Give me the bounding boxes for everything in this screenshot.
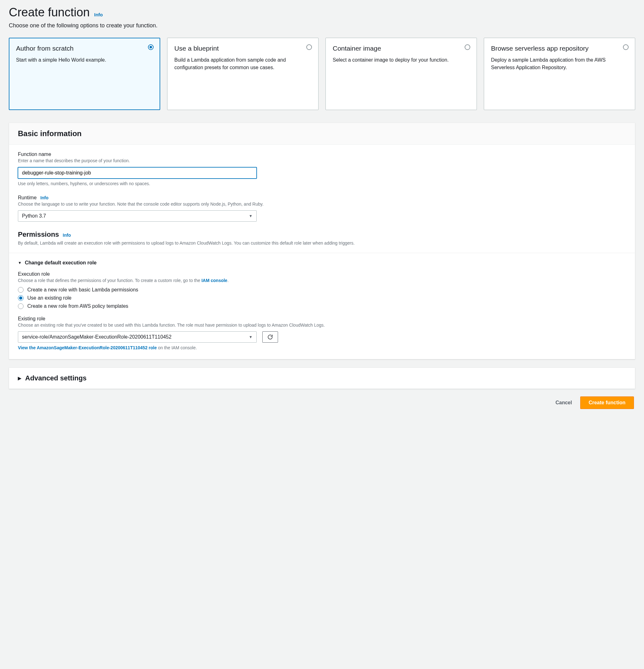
info-link[interactable]: Info [41,195,49,200]
radio-icon [623,44,629,50]
basic-information-panel: Basic information Function name Enter a … [9,123,635,359]
field-label: Runtime [18,195,37,201]
advanced-settings-toggle[interactable]: ▶ Advanced settings [18,374,626,382]
select-value: Python 3.7 [22,213,46,219]
field-hint: Enter a name that describes the purpose … [18,158,626,164]
option-desc: Select a container image to deploy for y… [333,56,470,64]
caret-right-icon: ▶ [18,376,21,381]
creation-option-group: Author from scratch Start with a simple … [9,38,635,110]
role-radio-create-basic[interactable]: Create a new role with basic Lambda perm… [18,287,626,293]
caret-down-icon: ▼ [249,214,252,218]
view-role-link[interactable]: View the AmazonSageMaker-ExecutionRole-2… [18,345,157,350]
radio-icon [18,295,24,301]
page-title: Create function [9,6,90,19]
field-label: Execution role [18,271,626,277]
section-title: Permissions [18,230,59,239]
field-footnote: Use only letters, numbers, hyphens, or u… [18,181,626,186]
existing-role-select[interactable]: service-role/AmazonSageMaker-ExecutionRo… [18,331,257,343]
info-link[interactable]: Info [94,12,103,17]
option-title: Use a blueprint [174,44,311,53]
runtime-select[interactable]: Python 3.7 ▼ [18,210,257,222]
create-function-button[interactable]: Create function [580,396,634,409]
role-radio-policy-templates[interactable]: Create a new role from AWS policy templa… [18,303,626,309]
cancel-button[interactable]: Cancel [548,396,579,409]
radio-icon [306,44,312,50]
info-link[interactable]: Info [63,233,71,238]
option-serverless-repo[interactable]: Browse serverless app repository Deploy … [484,38,635,110]
option-use-blueprint[interactable]: Use a blueprint Build a Lambda applicati… [167,38,319,110]
function-name-input[interactable] [18,167,257,179]
radio-label: Use an existing role [27,295,72,301]
function-name-field: Function name Enter a name that describe… [18,152,626,186]
option-author-from-scratch[interactable]: Author from scratch Start with a simple … [9,38,160,110]
option-desc: Build a Lambda application from sample c… [174,56,311,71]
option-container-image[interactable]: Container image Select a container image… [325,38,477,110]
radio-label: Create a new role with basic Lambda perm… [27,287,138,293]
radio-icon [465,44,470,50]
toggle-label: Advanced settings [25,374,87,382]
field-label: Existing role [18,316,626,322]
caret-down-icon: ▼ [249,335,252,339]
page-subtitle: Choose one of the following options to c… [9,22,635,29]
option-title: Browse serverless app repository [491,44,628,53]
caret-down-icon: ▼ [18,261,22,265]
view-role-suffix: on the IAM console. [158,345,197,350]
iam-console-link[interactable]: IAM console [201,278,227,283]
radio-icon [148,44,153,50]
option-title: Container image [333,44,470,53]
existing-role-field: Existing role Choose an existing role th… [18,316,626,351]
option-desc: Start with a simple Hello World example. [16,56,153,64]
change-default-role-toggle[interactable]: ▼ Change default execution role [18,260,626,266]
permissions-section: Permissions Info By default, Lambda will… [18,230,626,246]
runtime-field: Runtime Info Choose the language to use … [18,195,626,222]
panel-title: Basic information [9,123,635,145]
advanced-settings-panel: ▶ Advanced settings [9,368,635,389]
refresh-button[interactable] [262,331,278,343]
option-title: Author from scratch [16,44,153,53]
execution-role-field: Execution role Choose a role that define… [18,271,626,309]
field-label: Function name [18,152,626,157]
section-hint: By default, Lambda will create an execut… [18,240,626,246]
radio-icon [18,287,24,293]
role-radio-existing[interactable]: Use an existing role [18,295,626,301]
toggle-label: Change default execution role [25,260,97,266]
option-desc: Deploy a sample Lambda application from … [491,56,628,71]
field-hint: Choose an existing role that you've crea… [18,322,626,328]
field-hint: Choose the language to use to write your… [18,201,626,208]
field-hint: Choose a role that defines the permissio… [18,277,626,284]
refresh-icon [267,334,273,340]
radio-icon [18,303,24,309]
select-value: service-role/AmazonSageMaker-ExecutionRo… [22,334,172,340]
radio-label: Create a new role from AWS policy templa… [27,303,128,309]
action-row: Cancel Create function [9,394,635,410]
